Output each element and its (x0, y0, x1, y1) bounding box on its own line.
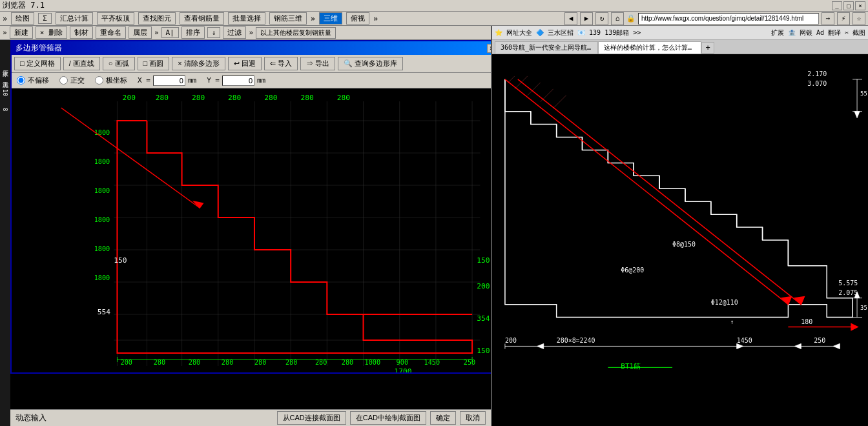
nav-home[interactable]: ⌂ (611, 12, 624, 25)
tool-draw-circle[interactable]: □ 画圆 (138, 57, 170, 70)
coord-y-input[interactable] (222, 76, 254, 86)
bookmark-bank[interactable]: 🏦 网银 (788, 28, 812, 37)
toolbar2-rename[interactable]: 重命名 (96, 26, 126, 39)
left-sidebar: 家压 施工 10 8 (0, 40, 10, 426)
toolbar-3d[interactable]: 三维 (319, 12, 342, 25)
sidebar-label-3: 10 (2, 89, 8, 96)
svg-text:280: 280 (285, 359, 297, 366)
radio-polar: 极坐标 (95, 76, 127, 85)
toolbar2-material[interactable]: 制材 (70, 26, 93, 39)
toolbar2-text[interactable]: A| (161, 27, 179, 38)
nav-back[interactable]: ◀ (564, 12, 577, 25)
svg-text:2.075: 2.075 (838, 289, 858, 296)
toolbar2-expand2[interactable]: » (154, 28, 159, 37)
btn-draw-in-cad[interactable]: 在CAD中绘制截面图 (350, 411, 426, 425)
tool-export[interactable]: ⇒ 导出 (300, 57, 335, 70)
toolbar-view-rebar[interactable]: 查看钢筋量 (180, 12, 224, 25)
toolbar2-sort[interactable]: 排序 (181, 26, 205, 39)
toolbar2-copy-rebar[interactable]: 以上其他楼层复制钢筋量 (256, 27, 336, 39)
toolbar-expand2[interactable]: » (311, 14, 315, 23)
svg-marker-93 (794, 343, 801, 349)
toolbar2-arrow[interactable]: ↓ (207, 27, 221, 38)
svg-text:280: 280 (222, 359, 233, 366)
radio-orthogonal-label: 正交 (70, 76, 85, 85)
svg-text:200: 200 (121, 359, 132, 366)
nav-lightning[interactable]: ⚡ (837, 12, 850, 25)
bookmark-url[interactable]: ⭐ 网址大全 (495, 28, 532, 37)
svg-marker-94 (833, 343, 840, 349)
svg-line-113 (553, 96, 566, 108)
tab-360nav[interactable]: 360导航_新一代安全上网导航 × (495, 41, 598, 54)
svg-text:1700: 1700 (395, 367, 412, 372)
toolbar-draw[interactable]: 绘图 (11, 12, 34, 25)
toolbar-find[interactable]: 查找图元 (138, 12, 176, 25)
svg-text:1800: 1800 (94, 245, 110, 252)
radio-polar-input[interactable] (95, 76, 103, 85)
toolbar-sigma[interactable]: Σ (38, 13, 52, 24)
radio-not-move-input[interactable] (17, 76, 25, 85)
tool-draw-line[interactable]: / 画直线 (63, 57, 100, 70)
radio-orthogonal-input[interactable] (59, 76, 68, 85)
bookmark-sanshui[interactable]: 🔷 三水区招 (536, 28, 574, 37)
svg-text:1450: 1450 (424, 359, 440, 366)
toolbar-expand1[interactable]: » (3, 14, 7, 23)
tool-query-library[interactable]: 🔍 查询多边形库 (338, 57, 403, 70)
close-button[interactable]: × (855, 1, 865, 10)
tool-define-grid[interactable]: □ 定义网格 (14, 57, 61, 70)
svg-text:900: 900 (397, 359, 408, 366)
nav-refresh[interactable]: ↻ (595, 12, 608, 25)
toolbar-expand3[interactable]: » (373, 14, 378, 23)
nav-forward[interactable]: ▶ (580, 12, 593, 25)
toolbar2-expand[interactable]: » (3, 28, 7, 37)
tool-import[interactable]: ⇐ 导入 (264, 57, 298, 70)
main-layout: » 新建 × 删除 制材 重命名 属层 » A| 排序 ↓ 过滤 » 以上其他楼… (0, 26, 868, 426)
bookmark-extensions[interactable]: 扩展 (771, 28, 784, 37)
svg-text:1800: 1800 (94, 274, 110, 281)
toolbar2-delete[interactable]: × 删除 (36, 26, 67, 39)
btn-from-cad[interactable]: 从CAD连接截面图 (277, 411, 346, 425)
tool-draw-arc[interactable]: ○ 画弧 (103, 57, 135, 70)
svg-marker-92 (737, 343, 743, 349)
bookmark-screenshot[interactable]: ✂ 截图 (845, 28, 865, 37)
window-controls: _ □ × (832, 1, 865, 10)
btn-cancel[interactable]: 取消 (460, 411, 486, 425)
tab-stair-calc[interactable]: 这样的楼梯的计算，怎么计算？ × (598, 41, 701, 54)
minimize-button[interactable]: _ (832, 1, 842, 10)
bookmark-139mail[interactable]: 📧 139 139邮箱 (577, 28, 629, 37)
radio-polar-label: 极坐标 (106, 76, 127, 85)
svg-text:1800: 1800 (94, 187, 110, 194)
svg-text:55: 55 (860, 90, 867, 97)
toolbar-batch[interactable]: 批量选择 (228, 12, 265, 25)
tab-360nav-close[interactable]: × (594, 45, 597, 51)
svg-text:BT1筋: BT1筋 (621, 362, 641, 370)
cad-statusbar: 动态输入 从CAD连接截面图 在CAD中绘制截面图 确定 取消 (10, 409, 491, 426)
toolbar-topview[interactable]: 俯视 (346, 12, 369, 25)
address-bar[interactable] (638, 13, 819, 25)
toolbar2-expand3[interactable]: » (249, 28, 253, 37)
svg-text:2.170: 2.170 (807, 70, 827, 77)
bookmark-translate[interactable]: Ad 翻译 (816, 28, 841, 37)
nav-go[interactable]: → (822, 12, 834, 25)
svg-text:150: 150 (477, 347, 490, 355)
new-tab-button[interactable]: + (701, 42, 714, 54)
svg-text:1450: 1450 (737, 337, 752, 344)
toolbar2-filter[interactable]: 过滤 (223, 26, 246, 39)
nav-star[interactable]: ☆ (852, 12, 865, 25)
svg-text:Φ6@200: Φ6@200 (621, 267, 644, 274)
bookmark-expand[interactable]: >> (633, 29, 641, 36)
svg-text:1800: 1800 (94, 216, 110, 223)
btn-confirm[interactable]: 确定 (430, 411, 456, 425)
svg-marker-73 (851, 324, 858, 330)
toolbar-3d-rebar[interactable]: 钢筋三维 (269, 12, 307, 25)
toolbar-summary[interactable]: 汇总计算 (56, 12, 93, 25)
toolbar2-layer[interactable]: 属层 (129, 26, 152, 39)
tool-clear-polygon[interactable]: × 清除多边形 (172, 57, 225, 70)
coord-x-input[interactable] (153, 76, 185, 86)
tool-undo[interactable]: ↩ 回退 (228, 57, 262, 70)
dialog-close-button[interactable]: × (487, 44, 491, 53)
toolbar-level[interactable]: 平齐板顶 (97, 12, 134, 25)
toolbar2-new[interactable]: 新建 (10, 26, 33, 39)
dialog-toolbar: □ 定义网格 / 画直线 ○ 画弧 □ 画圆 × 清除多边形 ↩ 回退 ⇐ 导入… (12, 55, 491, 73)
maximize-button[interactable]: □ (843, 1, 854, 10)
coord-x-unit: mm (188, 76, 196, 85)
